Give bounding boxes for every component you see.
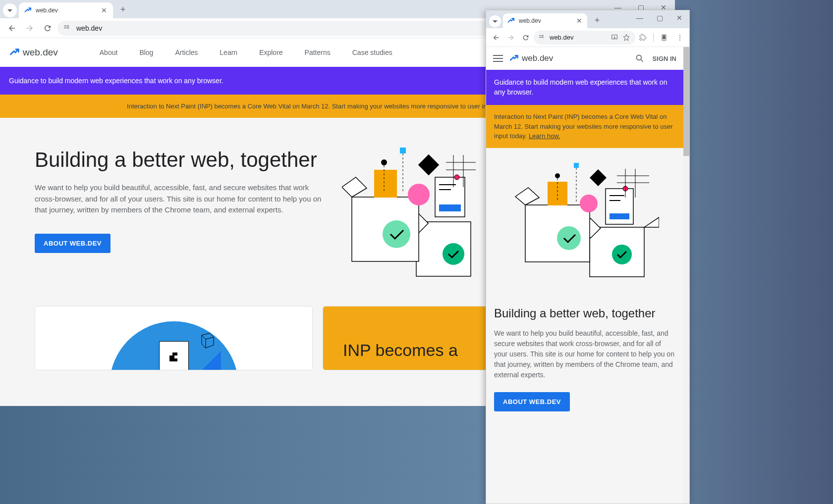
card-1-artwork [35, 306, 312, 370]
sec-about-button[interactable]: ABOUT WEB.DEV [494, 392, 570, 411]
nav-blog[interactable]: Blog [139, 49, 153, 56]
sec-tab-close-button[interactable]: ✕ [575, 17, 583, 25]
sec-url-text: web.dev [550, 34, 573, 41]
sec-address-bar: web.dev [486, 28, 689, 47]
hero-illustration [342, 148, 481, 286]
bookmark-star-icon[interactable] [622, 34, 630, 42]
sec-back-button[interactable] [489, 31, 503, 45]
svg-line-38 [641, 60, 643, 62]
svg-rect-33 [663, 35, 665, 39]
svg-point-11 [408, 184, 430, 205]
svg-point-30 [542, 37, 543, 38]
logo-text: web.dev [23, 47, 58, 58]
svg-point-29 [542, 35, 543, 36]
hero-text: Building a better web, together We want … [35, 148, 322, 253]
sec-omnibox[interactable]: web.dev [534, 31, 635, 45]
site-logo[interactable]: web.dev [9, 47, 58, 58]
dino-icon [165, 347, 184, 366]
nav-articles[interactable]: Articles [175, 49, 198, 56]
svg-rect-13 [400, 148, 406, 153]
nav-case-studies[interactable]: Case studies [352, 49, 392, 56]
webdev-favicon-icon [24, 6, 32, 14]
search-icon[interactable] [635, 53, 645, 63]
svg-rect-28 [539, 37, 542, 37]
webdev-favicon-icon [507, 17, 515, 25]
sec-close-window-button[interactable]: ✕ [669, 10, 689, 25]
tab-search-button[interactable] [3, 3, 17, 17]
back-button[interactable] [4, 20, 20, 36]
card-2-title: INP becomes a [343, 341, 458, 360]
hero-description: We want to help you build beautiful, acc… [35, 182, 322, 216]
chrome-menu-button[interactable] [673, 31, 686, 44]
nav-patterns[interactable]: Patterns [305, 49, 331, 56]
sec-site-logo[interactable]: web.dev [509, 53, 553, 63]
install-icon[interactable] [611, 34, 618, 42]
sec-minimize-button[interactable]: ― [630, 10, 650, 25]
webdev-logo-icon [509, 53, 519, 63]
sec-new-tab-button[interactable]: + [590, 13, 604, 27]
sec-scroll-thumb[interactable] [683, 47, 689, 156]
tab-close-button[interactable]: ✕ [100, 6, 108, 14]
sec-reload-button[interactable] [519, 31, 533, 45]
svg-point-37 [636, 55, 641, 60]
nav-explore[interactable]: Explore [259, 49, 282, 56]
reload-button[interactable] [40, 20, 56, 36]
svg-point-47 [580, 195, 598, 212]
chevron-down-icon [493, 20, 498, 23]
sec-maximize-button[interactable]: ▢ [650, 10, 669, 25]
sec-hero-description: We want to help you build beautiful, acc… [494, 328, 675, 380]
url-text: web.dev [76, 24, 102, 32]
svg-point-6 [443, 243, 464, 265]
svg-point-35 [679, 37, 680, 38]
extensions-button[interactable] [636, 31, 649, 44]
about-button[interactable]: ABOUT WEB.DEV [35, 234, 111, 253]
devtools-device-button[interactable] [658, 31, 670, 44]
sec-browser-tab[interactable]: web.dev ✕ [503, 13, 587, 28]
sign-in-button[interactable]: SIGN IN [653, 55, 676, 62]
svg-rect-20 [439, 204, 461, 211]
secondary-browser-window: web.dev ✕ + ― ▢ ✕ web.dev [486, 10, 690, 504]
sec-yellow-banner-link[interactable]: Learn how. [529, 132, 560, 140]
sec-yellow-banner-text: Interaction to Next Paint (INP) becomes … [494, 113, 673, 140]
sec-hero-title: Building a better web, together [494, 306, 675, 320]
sec-toolbar-right [636, 31, 686, 44]
main-nav: About Blog Articles Learn Explore Patter… [100, 49, 392, 56]
svg-marker-8 [342, 177, 367, 197]
sec-tab-title: web.dev [519, 17, 575, 24]
hamburger-menu-button[interactable] [493, 53, 503, 63]
svg-rect-43 [525, 205, 590, 262]
svg-rect-56 [610, 213, 629, 219]
svg-rect-49 [574, 163, 579, 168]
svg-point-9 [383, 220, 410, 248]
webdev-logo-icon [9, 47, 20, 58]
svg-rect-27 [539, 35, 542, 36]
forward-button[interactable] [22, 20, 38, 36]
nav-about[interactable]: About [100, 49, 118, 56]
site-settings-icon [539, 34, 546, 41]
svg-point-21 [454, 175, 459, 180]
svg-rect-10 [374, 170, 397, 198]
svg-marker-26 [201, 351, 221, 370]
feature-card-1[interactable] [35, 306, 313, 370]
svg-point-36 [679, 39, 680, 40]
svg-point-42 [612, 245, 632, 264]
sec-tab-search-button[interactable] [489, 15, 501, 27]
sec-forward-button[interactable] [504, 31, 518, 45]
new-tab-button[interactable]: + [116, 2, 130, 16]
chevron-down-icon [7, 9, 12, 12]
sec-scrollbar[interactable] [683, 47, 689, 504]
sec-announcement-banner-blue: Guidance to build modern web experiences… [486, 70, 683, 105]
sec-window-controls: ― ▢ ✕ [630, 10, 689, 25]
nav-learn[interactable]: Learn [220, 49, 237, 56]
svg-point-15 [381, 159, 387, 165]
sec-announcement-banner-yellow: Interaction to Next Paint (INP) becomes … [486, 105, 683, 148]
svg-point-45 [557, 226, 581, 250]
svg-point-3 [67, 27, 69, 29]
sec-page-content: web.dev SIGN IN Guidance to build modern… [486, 47, 689, 504]
triangle-icon [201, 351, 221, 370]
browser-tab[interactable]: web.dev ✕ [19, 2, 113, 18]
svg-marker-40 [644, 217, 659, 227]
sec-logo-text: web.dev [522, 53, 553, 63]
svg-point-51 [555, 173, 560, 178]
svg-rect-48 [590, 169, 607, 186]
